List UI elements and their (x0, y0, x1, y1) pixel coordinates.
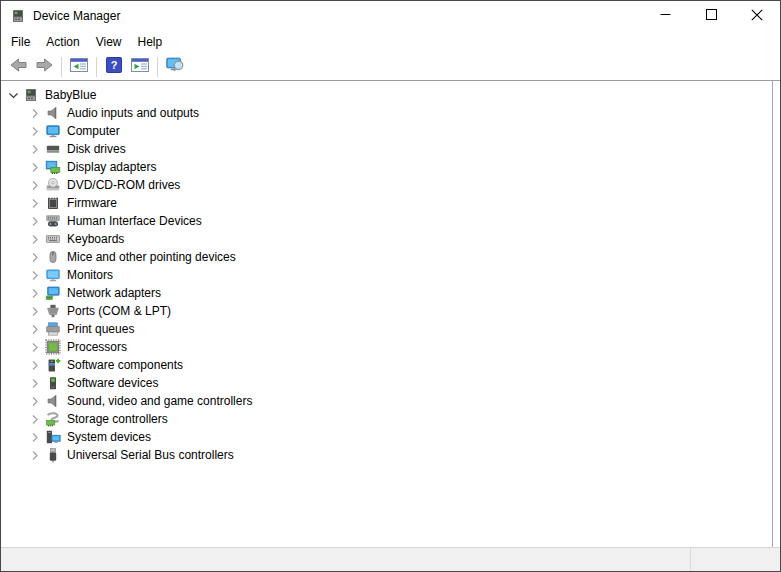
tree-item[interactable]: BabyBlue (1, 86, 772, 104)
chevron-right-icon[interactable] (27, 303, 43, 319)
properties-button[interactable] (128, 55, 152, 79)
menu-view[interactable]: View (88, 32, 130, 52)
chevron-right-icon[interactable] (27, 105, 43, 121)
menu-help[interactable]: Help (130, 32, 171, 52)
console-tree-icon (70, 57, 88, 76)
chevron-right-icon[interactable] (27, 267, 43, 283)
tree-item-label: Network adapters (67, 284, 161, 302)
printer-icon (45, 321, 61, 337)
back-arrow-icon (10, 58, 27, 75)
tree-item[interactable]: Keyboards (1, 230, 772, 248)
scan-hardware-changes-button[interactable] (163, 55, 187, 79)
network-adapter-icon (45, 285, 61, 301)
forward-arrow-icon (36, 58, 53, 75)
chevron-right-icon[interactable] (27, 357, 43, 373)
chevron-down-icon[interactable] (5, 87, 21, 103)
menu-action[interactable]: Action (38, 32, 87, 52)
chevron-right-icon[interactable] (27, 375, 43, 391)
tree-item[interactable]: Processors (1, 338, 772, 356)
tree-item-label: Human Interface Devices (67, 212, 202, 230)
tree-item[interactable]: Print queues (1, 320, 772, 338)
dvd-drive-icon (45, 177, 61, 193)
window-title: Device Manager (33, 9, 120, 23)
tree-item[interactable]: Network adapters (1, 284, 772, 302)
chevron-right-icon[interactable] (27, 339, 43, 355)
tree-item-label: Firmware (67, 194, 117, 212)
chevron-right-icon[interactable] (27, 393, 43, 409)
toolbar-separator (96, 57, 97, 77)
tree-item[interactable]: Ports (COM & LPT) (1, 302, 772, 320)
usb-icon (45, 447, 61, 463)
maximize-button[interactable] (688, 1, 734, 31)
tree-item-label: Software components (67, 356, 183, 374)
tree-item-label: Monitors (67, 266, 113, 284)
tree-item-label: Computer (67, 122, 120, 140)
caption-buttons (642, 1, 780, 31)
tree-item[interactable]: Mice and other pointing devices (1, 248, 772, 266)
keyboard-icon (45, 231, 61, 247)
mouse-icon (45, 249, 61, 265)
software-device-icon (45, 375, 61, 391)
chevron-right-icon[interactable] (27, 159, 43, 175)
scan-hardware-icon (166, 57, 185, 76)
tree-item-label: DVD/CD-ROM drives (67, 176, 180, 194)
chevron-right-icon[interactable] (27, 123, 43, 139)
tree-item[interactable]: Storage controllers (1, 410, 772, 428)
tree-item-label: Sound, video and game controllers (67, 392, 252, 410)
back-button[interactable] (6, 55, 30, 79)
tree-item[interactable]: Universal Serial Bus controllers (1, 446, 772, 464)
chevron-right-icon[interactable] (27, 213, 43, 229)
tree-item-label: Print queues (67, 320, 134, 338)
title-bar[interactable]: Device Manager (1, 1, 780, 31)
tree-item-label: Universal Serial Bus controllers (67, 446, 234, 464)
tree-item[interactable]: Human Interface Devices (1, 212, 772, 230)
disk-drive-icon (45, 141, 61, 157)
tree-item[interactable]: Sound, video and game controllers (1, 392, 772, 410)
chevron-right-icon[interactable] (27, 141, 43, 157)
chevron-right-icon[interactable] (27, 411, 43, 427)
tree-item-label: Audio inputs and outputs (67, 104, 199, 122)
hid-icon (45, 213, 61, 229)
tree-item[interactable]: Disk drives (1, 140, 772, 158)
chevron-right-icon[interactable] (27, 285, 43, 301)
software-component-icon (45, 357, 61, 373)
chevron-right-icon[interactable] (27, 195, 43, 211)
tree-item-label: Disk drives (67, 140, 126, 158)
forward-button[interactable] (32, 55, 56, 79)
tree-item[interactable]: Audio inputs and outputs (1, 104, 772, 122)
tree-item[interactable]: DVD/CD-ROM drives (1, 176, 772, 194)
tree-item-label: Mice and other pointing devices (67, 248, 236, 266)
tree-item-label: Software devices (67, 374, 158, 392)
toolbar-separator (61, 57, 62, 77)
tree-item-label: Keyboards (67, 230, 124, 248)
tree-item[interactable]: Software devices (1, 374, 772, 392)
monitor-icon (45, 123, 61, 139)
menu-file[interactable]: File (3, 32, 38, 52)
system-device-icon (45, 429, 61, 445)
chevron-right-icon[interactable] (27, 429, 43, 445)
tree-item[interactable]: Monitors (1, 266, 772, 284)
help-button[interactable]: ? (102, 55, 126, 79)
speaker-icon (45, 105, 61, 121)
tree-item[interactable]: Computer (1, 122, 772, 140)
chevron-right-icon[interactable] (27, 447, 43, 463)
tree-item[interactable]: System devices (1, 428, 772, 446)
device-manager-window: Device Manager File Action View Hel (0, 0, 781, 572)
tree-item-label: BabyBlue (45, 86, 96, 104)
maximize-icon (706, 9, 717, 23)
chevron-right-icon[interactable] (27, 321, 43, 337)
close-button[interactable] (734, 1, 780, 31)
monitors-icon (45, 267, 61, 283)
svg-text:?: ? (111, 59, 118, 71)
tree-item-label: Processors (67, 338, 127, 356)
tree-item[interactable]: Display adapters (1, 158, 772, 176)
chevron-right-icon[interactable] (27, 177, 43, 193)
tree-item[interactable]: Software components (1, 356, 772, 374)
show-console-tree-button[interactable] (67, 55, 91, 79)
chevron-right-icon[interactable] (27, 231, 43, 247)
computer-icon (23, 87, 39, 103)
chevron-right-icon[interactable] (27, 249, 43, 265)
close-icon (751, 9, 763, 24)
minimize-button[interactable] (642, 1, 688, 31)
tree-item[interactable]: Firmware (1, 194, 772, 212)
